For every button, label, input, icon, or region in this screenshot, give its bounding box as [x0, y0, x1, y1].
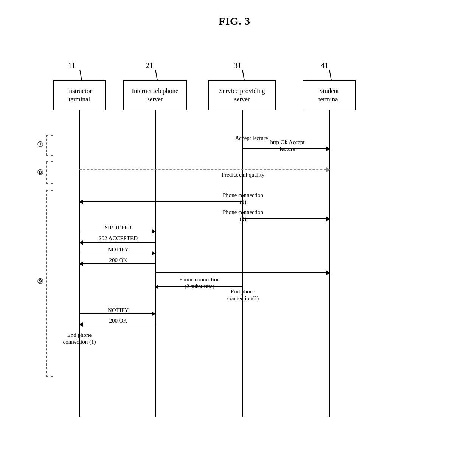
- msg-notify-1-label: NOTIFY: [81, 247, 155, 253]
- msg-notify-2: [79, 313, 155, 314]
- msg-202: [79, 242, 155, 243]
- lifeline-internet-tel: [155, 110, 156, 417]
- msg-200ok-1-label: 200 OK: [81, 257, 155, 264]
- ref-31-tick: [242, 70, 245, 81]
- page: FIG. 3 11 21 31 41 Instructor terminal I…: [0, 0, 469, 476]
- msg-phone-conn-2-label: Phone connection(2): [202, 209, 284, 222]
- msg-phone-conn-1-label: Phone connection(1): [202, 192, 284, 205]
- entity-instructor: Instructor terminal: [53, 80, 106, 110]
- msg-200ok-2-label: 200 OK: [81, 318, 155, 324]
- msg-phone-conn-2: [242, 218, 330, 219]
- msg-predict-label: Predict call quality: [202, 172, 284, 178]
- figure-title: FIG. 3: [0, 0, 469, 27]
- step-7-bracket: [46, 135, 53, 156]
- msg-notify-2-label: NOTIFY: [81, 307, 155, 313]
- ref-21-tick: [155, 70, 158, 81]
- ref-21: 21: [146, 61, 153, 70]
- step-9-bracket: [46, 190, 53, 377]
- msg-internet-to-student: [155, 272, 330, 273]
- msg-200ok-1: [79, 263, 155, 264]
- ref-31: 31: [234, 61, 241, 70]
- ref-11-tick: [79, 70, 82, 81]
- step-8-label: ⑧: [37, 168, 43, 177]
- msg-end-phone-2-label: End phoneconnection(2): [202, 288, 284, 302]
- ref-41-tick: [329, 70, 332, 81]
- msg-http-ok-label: http Ok Acceptlecture: [248, 139, 327, 152]
- step-9-label: ⑨: [37, 277, 43, 285]
- msg-sip-refer: [79, 231, 155, 231]
- msg-202-label: 202 ACCEPTED: [81, 235, 155, 242]
- msg-dashed-8: [79, 169, 330, 170]
- msg-notify-1: [79, 253, 155, 253]
- msg-end-phone-1-label: End phoneconnection (1): [49, 332, 110, 345]
- diagram: 11 21 31 41 Instructor terminal Internet…: [26, 39, 443, 454]
- step-7-label: ⑦: [37, 140, 43, 149]
- entity-internet-tel: Internet telephone server: [123, 80, 187, 110]
- msg-200ok-2: [79, 324, 155, 324]
- msg-sip-refer-label: SIP REFER: [81, 225, 155, 231]
- lifeline-student: [329, 110, 330, 417]
- lifeline-service: [242, 110, 243, 417]
- ref-11: 11: [68, 61, 75, 70]
- ref-41: 41: [321, 61, 328, 70]
- entity-service: Service providing server: [208, 80, 276, 110]
- entity-student: Student terminal: [303, 80, 356, 110]
- msg-phone-conn-1: [79, 201, 242, 202]
- msg-phone-conn-2sub-label: Phone connection(2 substitute): [159, 276, 240, 290]
- msg-phone-conn-2sub: [155, 286, 242, 287]
- step-8-bracket: [46, 161, 53, 184]
